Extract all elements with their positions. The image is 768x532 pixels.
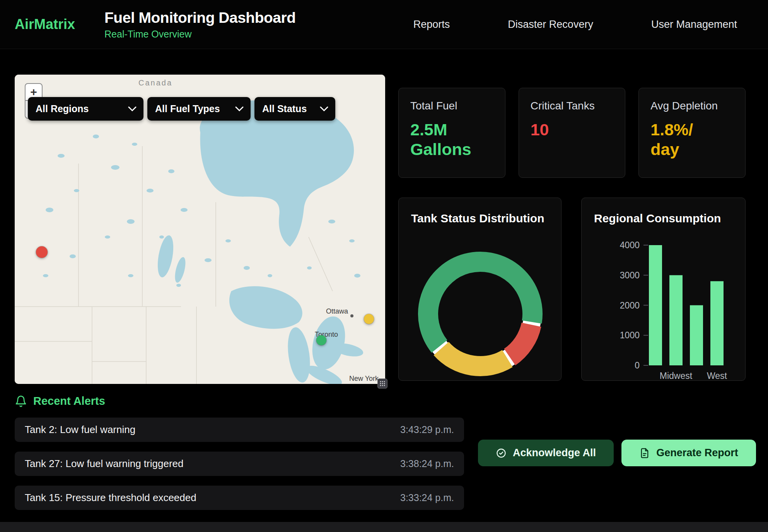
status-filter-dropdown[interactable]: All Status [254, 97, 335, 121]
alert-row[interactable]: Tank 15: Pressure threshold exceeded 3:3… [15, 486, 464, 510]
regional-consumption-card: Regional Consumption 01000200030004000Mi… [581, 198, 746, 381]
map-filter-bar: All Regions All Fuel Types All Status [28, 97, 335, 121]
svg-text:1000: 1000 [620, 330, 640, 340]
stat-card-total-fuel: Total Fuel 2.5M Gallons [398, 88, 505, 178]
map-marker-warning[interactable] [364, 314, 374, 324]
stat-label: Total Fuel [410, 100, 493, 112]
alert-timestamp: 3:43:29 p.m. [400, 424, 454, 435]
nav-user-management[interactable]: User Management [651, 19, 737, 31]
right-panel: Total Fuel 2.5M Gallons Critical Tanks 1… [398, 75, 746, 384]
app-header: AirMatrix Fuel Monitoring Dashboard Real… [0, 0, 768, 49]
stat-label: Avg Depletion [650, 100, 734, 112]
alert-row[interactable]: Tank 27: Low fuel warning triggered 3:38… [15, 452, 464, 476]
main-content: Canada Ottawa Toronto New York + − All R… [0, 49, 768, 384]
map-label-new-york: New York [349, 375, 379, 382]
generate-report-label: Generate Report [656, 447, 738, 459]
fuel-type-filter-value: All Fuel Types [155, 103, 220, 114]
main-nav: Reports Disaster Recovery User Managemen… [413, 19, 737, 31]
svg-text:3000: 3000 [620, 270, 640, 280]
stat-value: 2.5M Gallons [410, 120, 493, 159]
tank-status-title: Tank Status Distribution [411, 212, 544, 225]
page-subtitle: Real-Time Overview [104, 29, 295, 40]
stats-row: Total Fuel 2.5M Gallons Critical Tanks 1… [398, 88, 746, 178]
stat-value: 10 [531, 120, 614, 140]
chevron-down-icon [320, 106, 328, 112]
alert-timestamp: 3:38:24 p.m. [400, 458, 454, 469]
map-panel: Canada Ottawa Toronto New York + − All R… [15, 75, 385, 384]
map-marker-normal[interactable] [316, 335, 326, 345]
alert-message: Tank 15: Pressure threshold exceeded [25, 492, 196, 504]
regional-consumption-bar-chart: 01000200030004000MidwestWest [582, 198, 744, 381]
alerts-heading: Recent Alerts [33, 395, 105, 408]
map-svg: Canada Ottawa Toronto New York [15, 75, 385, 384]
regional-consumption-title: Regional Consumption [594, 212, 721, 225]
stat-value: 1.8%/day [650, 120, 700, 159]
stat-card-critical-tanks: Critical Tanks 10 [519, 88, 626, 178]
alerts-body: Tank 2: Low fuel warning 3:43:29 p.m. Ta… [15, 418, 753, 510]
page-title: Fuel Monitoring Dashboard [104, 9, 295, 26]
region-filter-value: All Regions [36, 103, 89, 114]
svg-text:Midwest: Midwest [660, 371, 693, 381]
svg-text:2000: 2000 [620, 300, 640, 310]
resize-handle-icon[interactable] [377, 379, 387, 389]
alert-list: Tank 2: Low fuel warning 3:43:29 p.m. Ta… [15, 418, 464, 510]
bottom-strip [0, 522, 768, 532]
chevron-down-icon [235, 106, 244, 112]
svg-text:4000: 4000 [620, 240, 640, 250]
generate-report-button[interactable]: Generate Report [621, 440, 756, 466]
chevron-down-icon [128, 106, 137, 112]
acknowledge-all-button[interactable]: Acknowledge All [478, 440, 614, 466]
region-filter-dropdown[interactable]: All Regions [28, 97, 143, 121]
alert-message: Tank 2: Low fuel warning [25, 424, 135, 436]
bell-icon [15, 395, 27, 408]
check-circle-icon [496, 448, 507, 459]
map-label-canada: Canada [138, 78, 172, 87]
alert-actions: Acknowledge All Generate Report [478, 440, 756, 466]
svg-text:West: West [707, 371, 727, 381]
map-canvas[interactable]: Canada Ottawa Toronto New York [15, 75, 385, 384]
svg-text:0: 0 [635, 360, 640, 370]
document-icon [639, 448, 650, 459]
nav-disaster-recovery[interactable]: Disaster Recovery [508, 19, 593, 31]
status-filter-value: All Status [262, 103, 307, 114]
page-title-block: Fuel Monitoring Dashboard Real-Time Over… [104, 9, 295, 40]
alert-message: Tank 27: Low fuel warning triggered [25, 458, 183, 470]
stat-card-avg-depletion: Avg Depletion 1.8%/day [638, 88, 746, 178]
tank-status-card: Tank Status Distribution [398, 198, 561, 381]
fuel-type-filter-dropdown[interactable]: All Fuel Types [147, 97, 251, 121]
map-label-ottawa: Ottawa [326, 307, 348, 315]
recent-alerts-section: Recent Alerts Tank 2: Low fuel warning 3… [0, 384, 768, 510]
map-marker-critical[interactable] [36, 246, 48, 258]
alert-row[interactable]: Tank 2: Low fuel warning 3:43:29 p.m. [15, 418, 464, 442]
charts-row: Tank Status Distribution Regional Consum… [398, 198, 746, 381]
alert-timestamp: 3:33:24 p.m. [400, 492, 454, 503]
acknowledge-all-label: Acknowledge All [513, 447, 596, 459]
stat-label: Critical Tanks [531, 100, 614, 112]
app-logo[interactable]: AirMatrix [15, 16, 75, 32]
tank-status-donut-chart [399, 198, 561, 381]
nav-reports[interactable]: Reports [413, 19, 450, 31]
alerts-heading-row: Recent Alerts [15, 395, 753, 408]
